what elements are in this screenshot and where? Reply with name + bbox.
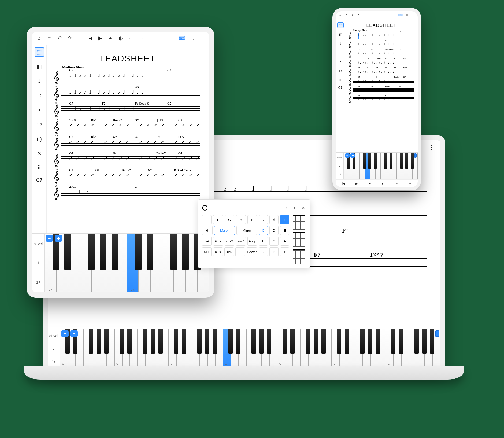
list-icon[interactable]: ≡ xyxy=(46,35,53,41)
black-key[interactable] xyxy=(337,329,341,354)
ext-b9[interactable]: b9 xyxy=(202,237,212,246)
white-key[interactable] xyxy=(162,234,174,292)
nav-left-icon[interactable]: ← xyxy=(128,35,134,41)
black-key[interactable] xyxy=(290,329,295,354)
ext-b13[interactable]: b13 xyxy=(213,247,223,256)
eraser-tool[interactable]: ◧ xyxy=(35,62,44,71)
piano-keyboard[interactable]: at.vel ♩ 1♯ − + C 4C 5 xyxy=(32,233,209,292)
white-key[interactable] xyxy=(360,153,365,179)
chord-prev-button[interactable]: ‹ xyxy=(283,205,289,211)
ext-blank[interactable] xyxy=(235,247,245,256)
zoom-out-button[interactable]: − xyxy=(345,153,350,158)
staff-line[interactable]: 𝄞131. C7D♭ºDmin7G7||: F7G7𝄍𝄍𝄍𝄍 𝄍𝄍𝄍𝄍 𝄍𝄍𝄍𝄍… xyxy=(53,121,203,133)
bass-c[interactable]: C xyxy=(259,226,268,235)
chord-close-button[interactable]: ✕ xyxy=(300,205,306,211)
black-key[interactable] xyxy=(267,329,271,354)
black-key[interactable] xyxy=(363,153,366,169)
select-tool[interactable]: ⬚ xyxy=(337,22,344,28)
ext-sus4[interactable]: sus4 xyxy=(236,237,246,246)
staff-line[interactable]: 𝄞13C7D♭ºDmin7G7F7G7♩♩♪♪♩ ♩♪♩♪♪♩ ♩♩♩ xyxy=(348,60,415,67)
staff-line[interactable]: 𝄞G7G-Dmin7G7♩♩♪♪♩ ♩♪♩♪♪♩ ♩♩♩ xyxy=(348,78,415,85)
white-key[interactable]: C 4 xyxy=(45,234,56,292)
zoom-in-button[interactable]: + xyxy=(350,153,355,158)
select-tool[interactable]: ⬚ xyxy=(35,47,44,57)
accidental-tool[interactable]: 1♯ xyxy=(35,120,44,129)
black-key[interactable] xyxy=(120,329,124,354)
score-area[interactable]: LEADSHEET Medium Blues 𝄞C-C7♩♩♪♪♩ ♩♪♩♪♪♩… xyxy=(47,45,209,233)
black-key[interactable] xyxy=(174,329,178,354)
score-area[interactable]: LEADSHEET Medium Blues 𝄞C-C7♩♩♪♪♩ ♩♪♩♪♪♩… xyxy=(345,19,418,152)
list-icon[interactable]: ≡ xyxy=(344,13,349,17)
quality-minor[interactable]: Minor xyxy=(236,226,257,235)
black-key[interactable] xyxy=(430,329,434,354)
ext-dim[interactable]: Dim. xyxy=(224,247,234,256)
staff-line[interactable]: 𝄞⊕C7C-♩♩♪♪♩ ♩♪♩♪♪♩ ♩♩♩ xyxy=(348,96,415,103)
black-key[interactable] xyxy=(112,234,118,270)
piano-range-handle[interactable] xyxy=(414,153,417,158)
black-key[interactable] xyxy=(259,329,264,354)
black-key[interactable] xyxy=(251,329,256,354)
record-icon[interactable]: ● xyxy=(107,35,114,41)
piano-toggle-icon[interactable]: ⌨ xyxy=(179,35,185,41)
home-icon[interactable]: ⌂ xyxy=(36,35,42,41)
white-key[interactable]: C 5 xyxy=(277,329,285,369)
piano-toggle-icon[interactable]: ⌨ xyxy=(398,13,403,17)
zoom-out-button[interactable]: − xyxy=(46,235,53,242)
black-key[interactable] xyxy=(89,329,93,354)
white-key[interactable] xyxy=(355,329,363,369)
bass-f[interactable]: F xyxy=(259,237,268,246)
black-key[interactable] xyxy=(306,329,310,354)
staff-line[interactable]: 𝄞5CΔ♩♩♪♪♩ ♩♪♩♪♪♩ ♩♩♩ xyxy=(53,88,203,100)
piano-range-handle[interactable] xyxy=(435,330,439,337)
black-key[interactable] xyxy=(88,234,95,270)
ext-sharp11[interactable]: #11 xyxy=(202,247,212,256)
black-key[interactable] xyxy=(228,329,233,354)
nav-right-icon[interactable]: → xyxy=(138,35,144,41)
ext-9[interactable]: 9 | 2 xyxy=(213,237,223,246)
redo-icon[interactable]: ↷ xyxy=(66,35,73,41)
black-key[interactable] xyxy=(205,329,209,354)
redo-icon[interactable]: ↷ xyxy=(357,13,361,17)
nav-right-icon[interactable]: → xyxy=(408,181,412,186)
white-key[interactable] xyxy=(301,329,308,369)
sharp-button[interactable]: ♯ xyxy=(269,215,279,224)
white-key[interactable]: C 5 xyxy=(127,234,139,292)
white-key[interactable]: C 2 xyxy=(114,329,122,369)
note-tool[interactable]: ♩ xyxy=(337,40,344,47)
staff-line[interactable]: 𝄞17C7D♭ºG7C7F7F♯º7♩♩♪♪♩ ♩♪♩♪♪♩ ♩♩♩ xyxy=(348,69,415,76)
black-key[interactable] xyxy=(368,329,372,354)
black-key[interactable] xyxy=(182,234,189,270)
piano-keyboard[interactable]: at.vel ♩ 1♯ − + xyxy=(336,152,418,179)
black-key[interactable] xyxy=(390,153,392,169)
ext-aug[interactable]: Aug. xyxy=(247,237,257,246)
black-key[interactable] xyxy=(213,329,217,354)
quality-major[interactable]: Major xyxy=(214,226,235,235)
white-key[interactable] xyxy=(80,234,92,292)
ext-power[interactable]: Power xyxy=(247,247,257,256)
root-b[interactable]: B xyxy=(247,215,257,224)
more-icon[interactable]: ⋮ xyxy=(428,144,435,150)
record-icon[interactable]: ● xyxy=(368,181,372,186)
delete-tool[interactable]: ✕ xyxy=(35,149,44,158)
black-key[interactable] xyxy=(368,153,371,169)
black-key[interactable] xyxy=(151,329,155,354)
white-key[interactable] xyxy=(83,329,91,369)
bass-flat[interactable]: ♭ xyxy=(259,247,268,256)
accidental-icon[interactable]: 1♯ xyxy=(338,173,341,176)
home-icon[interactable]: ⌂ xyxy=(338,13,342,17)
accidental-icon[interactable]: 1♯ xyxy=(52,360,56,364)
chord-diagram[interactable] xyxy=(293,249,305,264)
undo-icon[interactable]: ↶ xyxy=(351,13,355,17)
root-e[interactable]: E xyxy=(202,215,212,224)
root-g[interactable]: G xyxy=(225,215,234,224)
black-key[interactable] xyxy=(360,329,364,354)
white-key[interactable] xyxy=(246,329,254,369)
metronome-icon[interactable]: ◐ xyxy=(381,181,386,186)
black-key[interactable] xyxy=(158,329,163,354)
black-key[interactable] xyxy=(384,153,387,169)
undo-icon[interactable]: ↶ xyxy=(56,35,63,41)
black-key[interactable] xyxy=(97,329,101,354)
black-key[interactable] xyxy=(127,329,132,354)
black-key[interactable] xyxy=(321,329,326,354)
bass-e[interactable]: E xyxy=(280,226,289,235)
